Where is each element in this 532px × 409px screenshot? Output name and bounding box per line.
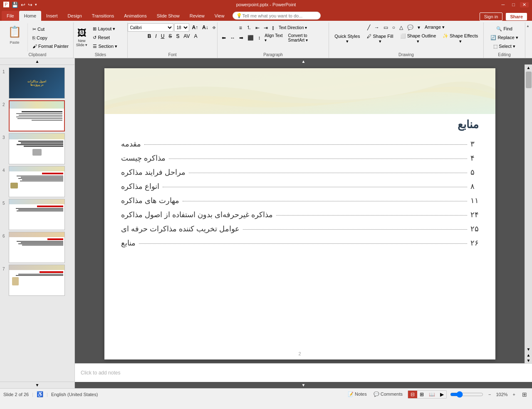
slide-image-6[interactable]	[9, 232, 65, 263]
normal-view-button[interactable]: ⊟	[408, 391, 417, 398]
arrange-button[interactable]: Arrange ▾	[423, 23, 447, 31]
shape-more-icon[interactable]: ▾	[416, 24, 422, 31]
tab-home[interactable]: Home	[19, 11, 41, 21]
tab-slideshow[interactable]: Slide Show	[152, 11, 185, 21]
shadow-button[interactable]: S	[174, 32, 181, 40]
share-button[interactable]: Share	[506, 13, 527, 20]
shape-line-icon[interactable]: ╱	[366, 24, 372, 31]
tab-insert[interactable]: Insert	[41, 11, 63, 21]
zoom-in-button[interactable]: +	[511, 391, 517, 398]
format-painter-button[interactable]: 🖌 Format Painter	[30, 42, 71, 50]
font-color-button[interactable]: A	[192, 32, 199, 40]
close-icon[interactable]: ✕	[520, 2, 529, 7]
vscroll-extras-2[interactable]: ▼	[526, 358, 531, 363]
quick-access-save[interactable]: 💾	[12, 2, 18, 8]
align-text-button[interactable]: Align Text ▾	[263, 33, 285, 43]
vscroll-thumb[interactable]	[526, 72, 532, 88]
slide-image-4[interactable]	[9, 166, 65, 197]
slide-canvas[interactable]: منابع ۳ مقدمه ۴ مذاکره چیست	[104, 68, 495, 359]
convert-smartart-button[interactable]: Convert to SmartArt ▾	[287, 33, 326, 43]
signin-button[interactable]: Sign in	[480, 12, 503, 21]
notes-status-button[interactable]: 📝 Notes	[346, 391, 369, 398]
numbering-button[interactable]: ⒈	[245, 23, 253, 32]
text-direction-button[interactable]: Text Direction ▾	[277, 25, 309, 30]
clear-format-button[interactable]: ⎆	[211, 24, 217, 31]
font-size-select[interactable]: 18	[174, 23, 189, 32]
shape-fill-button[interactable]: 🖊 Shape Fill ▾	[364, 32, 396, 45]
slide-image-2[interactable]	[9, 100, 65, 131]
slide-image-3[interactable]	[9, 133, 65, 164]
accessibility-icon[interactable]: ♿	[37, 391, 43, 397]
copy-button[interactable]: ⎘ Copy	[30, 34, 71, 42]
section-button[interactable]: ☰ Section ▾	[91, 42, 119, 50]
vscroll-extras-1[interactable]: ▲	[526, 352, 531, 358]
maximize-icon[interactable]: □	[510, 2, 517, 7]
font-name-select[interactable]: Calibri	[128, 23, 173, 32]
align-left-button[interactable]: ⬅	[220, 34, 228, 42]
strikethrough-button[interactable]: S	[167, 32, 173, 40]
tab-review[interactable]: Review	[185, 11, 210, 21]
quick-access-undo[interactable]: ↩	[21, 2, 25, 8]
tab-view[interactable]: View	[210, 11, 230, 21]
fit-slide-button[interactable]: ⊞	[520, 390, 529, 399]
slide-thumb-1[interactable]: 1 اصول مذاکراتدر پروژه ها	[2, 67, 73, 99]
shape-oval-icon[interactable]: ○	[391, 24, 397, 31]
content-scroll-down[interactable]: ▼	[302, 383, 306, 387]
select-button[interactable]: ⬚ Select ▾	[491, 42, 517, 50]
quick-access-redo[interactable]: ↪	[28, 2, 32, 8]
columns-button[interactable]: ⫿	[270, 24, 276, 32]
slide-image-7[interactable]	[9, 265, 65, 296]
italic-button[interactable]: I	[153, 32, 158, 40]
reset-button[interactable]: ↺ Reset	[91, 34, 119, 42]
slide-thumb-4[interactable]: 4	[2, 165, 73, 198]
tab-design[interactable]: Design	[63, 11, 87, 21]
replace-button[interactable]: 🔄 Replace ▾	[488, 34, 520, 42]
slide-thumb-7[interactable]: 7	[2, 264, 73, 297]
slide-thumb-5[interactable]: 5	[2, 198, 73, 231]
bullets-button[interactable]: ≡	[238, 24, 244, 32]
justify-button[interactable]: ⬛	[246, 34, 255, 42]
increase-indent-button[interactable]: ⇥	[262, 24, 270, 32]
panel-scroll-up[interactable]: ▲	[35, 59, 40, 64]
notes-area[interactable]: Click to add notes	[75, 363, 532, 382]
align-center-button[interactable]: ↔	[228, 34, 237, 42]
reading-view-button[interactable]: 📖	[426, 391, 438, 398]
tab-animations[interactable]: Animations	[119, 11, 151, 21]
vscroll-up-button[interactable]: ▲	[526, 64, 532, 71]
tab-transitions[interactable]: Transitions	[87, 11, 119, 21]
tell-me-box[interactable]: 💡	[233, 12, 321, 20]
slideshow-view-button[interactable]: ▶	[438, 391, 446, 398]
underline-button[interactable]: U	[159, 32, 166, 40]
slide-thumb-6[interactable]: 6	[2, 231, 73, 264]
char-spacing-button[interactable]: AV	[182, 32, 191, 40]
vscroll-down-button[interactable]: ▼	[526, 346, 532, 352]
panel-scroll-down[interactable]: ▼	[35, 383, 40, 387]
shape-arrow-icon[interactable]: →	[373, 24, 381, 31]
quick-access-dropdown[interactable]: ▾	[35, 2, 37, 7]
slide-image-1[interactable]: اصول مذاکراتدر پروژه ها	[9, 67, 65, 99]
shape-tri-icon[interactable]: △	[398, 24, 405, 31]
slide-thumb-2[interactable]: 2	[2, 99, 73, 132]
shape-rect-icon[interactable]: ▭	[382, 24, 390, 31]
zoom-out-button[interactable]: −	[487, 391, 492, 398]
find-button[interactable]: 🔍 Find	[494, 25, 514, 33]
slide-image-5[interactable]	[9, 199, 65, 230]
slide-thumb-3[interactable]: 3	[2, 132, 73, 165]
paste-button[interactable]: 📋	[4, 23, 25, 40]
font-shrink-button[interactable]: A↓	[200, 24, 210, 31]
content-scroll-up[interactable]: ▲	[302, 59, 306, 64]
zoom-slider[interactable]	[450, 392, 483, 397]
line-spacing-button[interactable]: ↕	[256, 34, 262, 42]
new-slide-button[interactable]: 🖼 NewSlide ▾	[76, 28, 88, 47]
shape-outline-button[interactable]: ⬜ Shape Outline ▾	[397, 32, 439, 45]
font-grow-button[interactable]: A↑	[190, 24, 200, 31]
slide-sorter-button[interactable]: ⊞	[417, 391, 426, 398]
cut-button[interactable]: ✂ Cut	[30, 25, 71, 33]
shape-callout-icon[interactable]: 💬	[406, 24, 415, 31]
tell-me-input[interactable]	[242, 13, 317, 18]
minimize-icon[interactable]: ─	[499, 2, 507, 7]
bold-button[interactable]: B	[146, 32, 153, 40]
ribbon-collapse-button[interactable]: ▲	[526, 24, 530, 28]
tab-file[interactable]: File	[2, 11, 19, 21]
decrease-indent-button[interactable]: ⇤	[254, 24, 261, 32]
